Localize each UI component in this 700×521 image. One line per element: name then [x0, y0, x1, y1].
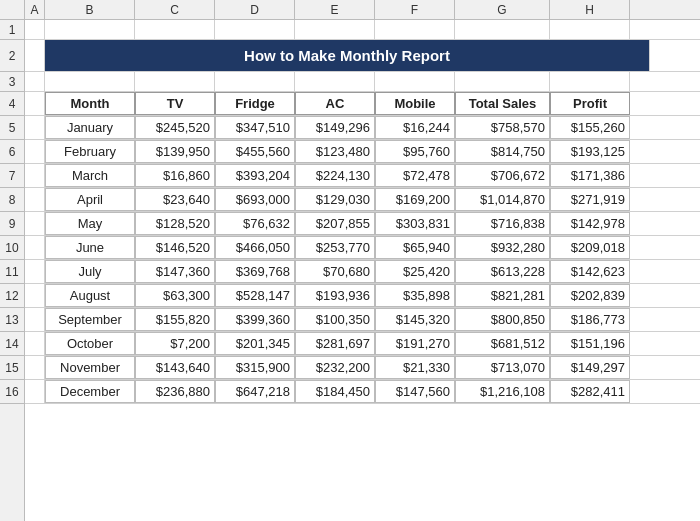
r10-total-sales: $932,280 — [455, 236, 550, 259]
r9-a — [25, 212, 45, 235]
r1-e — [295, 20, 375, 39]
row-num-15: 15 — [0, 356, 24, 380]
r11-fridge: $369,768 — [215, 260, 295, 283]
col-header-c: C — [135, 0, 215, 19]
row-2: How to Make Monthly Report — [25, 40, 700, 72]
r8-tv: $23,640 — [135, 188, 215, 211]
r6-tv: $139,950 — [135, 140, 215, 163]
r1-a — [25, 20, 45, 39]
r16-fridge: $647,218 — [215, 380, 295, 403]
r3-c — [135, 72, 215, 91]
r10-a — [25, 236, 45, 259]
r11-tv: $147,360 — [135, 260, 215, 283]
r6-total-sales: $814,750 — [455, 140, 550, 163]
r13-profit: $186,773 — [550, 308, 630, 331]
r3-g — [455, 72, 550, 91]
r15-tv: $143,640 — [135, 356, 215, 379]
col-header-b: B — [45, 0, 135, 19]
row-num-11: 11 — [0, 260, 24, 284]
r8-fridge: $693,000 — [215, 188, 295, 211]
row-7: March$16,860$393,204$224,130$72,478$706,… — [25, 164, 700, 188]
row-15: November$143,640$315,900$232,200$21,330$… — [25, 356, 700, 380]
r10-profit: $209,018 — [550, 236, 630, 259]
r3-e — [295, 72, 375, 91]
data-rows: January$245,520$347,510$149,296$16,244$7… — [25, 116, 700, 404]
r16-ac: $184,450 — [295, 380, 375, 403]
r6-a — [25, 140, 45, 163]
r16-total-sales: $1,216,108 — [455, 380, 550, 403]
header-ac: AC — [295, 92, 375, 115]
r14-mobile: $191,270 — [375, 332, 455, 355]
r9-tv: $128,520 — [135, 212, 215, 235]
r5-total-sales: $758,570 — [455, 116, 550, 139]
r1-f — [375, 20, 455, 39]
r8-a — [25, 188, 45, 211]
report-title: How to Make Monthly Report — [45, 40, 650, 71]
r6-profit: $193,125 — [550, 140, 630, 163]
r12-a — [25, 284, 45, 307]
r15-month: November — [45, 356, 135, 379]
row-num-5: 5 — [0, 116, 24, 140]
col-header-h: H — [550, 0, 630, 19]
r15-fridge: $315,900 — [215, 356, 295, 379]
r13-fridge: $399,360 — [215, 308, 295, 331]
r5-month: January — [45, 116, 135, 139]
r6-month: February — [45, 140, 135, 163]
row-num-7: 7 — [0, 164, 24, 188]
r5-profit: $155,260 — [550, 116, 630, 139]
r7-fridge: $393,204 — [215, 164, 295, 187]
header-tv: TV — [135, 92, 215, 115]
r15-total-sales: $713,070 — [455, 356, 550, 379]
r11-ac: $70,680 — [295, 260, 375, 283]
row-num-9: 9 — [0, 212, 24, 236]
r8-month: April — [45, 188, 135, 211]
r16-mobile: $147,560 — [375, 380, 455, 403]
column-headers: A B C D E F G H — [0, 0, 700, 20]
r5-fridge: $347,510 — [215, 116, 295, 139]
r14-profit: $151,196 — [550, 332, 630, 355]
r3-f — [375, 72, 455, 91]
r12-tv: $63,300 — [135, 284, 215, 307]
row-14: October$7,200$201,345$281,697$191,270$68… — [25, 332, 700, 356]
r14-month: October — [45, 332, 135, 355]
r11-profit: $142,623 — [550, 260, 630, 283]
r10-tv: $146,520 — [135, 236, 215, 259]
r15-profit: $149,297 — [550, 356, 630, 379]
r6-mobile: $95,760 — [375, 140, 455, 163]
r9-month: May — [45, 212, 135, 235]
r4-a — [25, 92, 45, 115]
r9-total-sales: $716,838 — [455, 212, 550, 235]
r2-a — [25, 40, 45, 71]
r15-a — [25, 356, 45, 379]
r14-a — [25, 332, 45, 355]
r11-total-sales: $613,228 — [455, 260, 550, 283]
r13-total-sales: $800,850 — [455, 308, 550, 331]
row-num-2: 2 — [0, 40, 24, 72]
row-num-1: 1 — [0, 20, 24, 40]
r1-d — [215, 20, 295, 39]
r13-a — [25, 308, 45, 331]
col-header-e: E — [295, 0, 375, 19]
r12-mobile: $35,898 — [375, 284, 455, 307]
r15-mobile: $21,330 — [375, 356, 455, 379]
row-1 — [25, 20, 700, 40]
r6-fridge: $455,560 — [215, 140, 295, 163]
col-header-a: A — [25, 0, 45, 19]
r13-month: September — [45, 308, 135, 331]
r7-profit: $171,386 — [550, 164, 630, 187]
r5-mobile: $16,244 — [375, 116, 455, 139]
r14-ac: $281,697 — [295, 332, 375, 355]
r7-a — [25, 164, 45, 187]
r13-mobile: $145,320 — [375, 308, 455, 331]
r12-fridge: $528,147 — [215, 284, 295, 307]
col-header-g: G — [455, 0, 550, 19]
r13-tv: $155,820 — [135, 308, 215, 331]
row-num-12: 12 — [0, 284, 24, 308]
spreadsheet-body: 1 2 3 4 5 6 7 8 9 10 11 12 13 14 15 16 — [0, 20, 700, 521]
header-profit: Profit — [550, 92, 630, 115]
r10-mobile: $65,940 — [375, 236, 455, 259]
r6-ac: $123,480 — [295, 140, 375, 163]
header-fridge: Fridge — [215, 92, 295, 115]
row-num-4: 4 — [0, 92, 24, 116]
r16-profit: $282,411 — [550, 380, 630, 403]
